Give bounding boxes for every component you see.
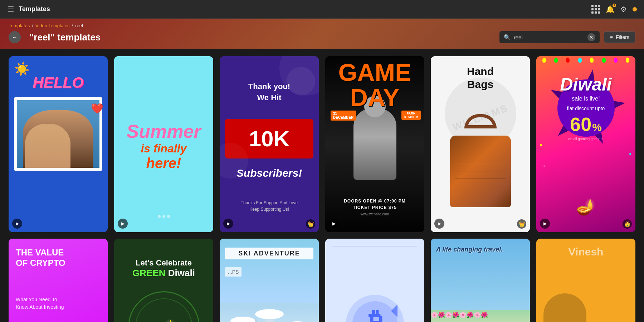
templates-grid-row2: THE VALUEOF CRYPTO What You Need ToKnow …	[9, 239, 635, 322]
website-text: www.website.com	[325, 212, 424, 216]
template-card-summer-finally[interactable]: Summer is finally here! ▶	[114, 56, 213, 232]
partial-text: ...PS	[225, 267, 241, 277]
is-finally-text: is finally	[121, 142, 206, 155]
doors-text: DOORS OPEN @ 07:00 PM	[325, 199, 424, 204]
templates-grid-row1: ☀️ HELLO ❤️ 🏀 🍉 SUMMER	[9, 56, 635, 232]
page-title: "reel" templates	[29, 32, 101, 43]
10k-text: 10K	[249, 126, 290, 151]
templates-section: ☀️ HELLO ❤️ 🏀 🍉 SUMMER	[0, 49, 644, 322]
ticket-text: TICKET PRICE $75	[325, 205, 424, 210]
filters-label: Filters	[616, 34, 629, 40]
day-text: DAY	[325, 83, 424, 111]
summer-word: Summer	[121, 121, 206, 142]
template-card-ski[interactable]: SKI ADVENTURE ...PS	[220, 239, 319, 322]
filters-button[interactable]: ≡ Filters	[604, 31, 635, 43]
top-bar-left: ☰ Templates	[7, 5, 50, 14]
template-card-hello-summer[interactable]: ☀️ HELLO ❤️ 🏀 🍉 SUMMER	[9, 56, 108, 232]
breadcrumb-sep-2: /	[72, 23, 73, 28]
search-box: 🔍 ✕	[499, 31, 600, 43]
upgrade-indicator[interactable]	[633, 7, 637, 11]
back-button[interactable]: ←	[9, 31, 21, 43]
menu-icon[interactable]: ☰	[7, 5, 14, 14]
hello-text: HELLO	[9, 74, 108, 91]
search-icon: 🔍	[504, 34, 511, 41]
breadcrumb-templates[interactable]: Templates	[9, 23, 30, 28]
crypto-subtitle: What You Need ToKnow About Investing	[16, 296, 101, 311]
settings-icon[interactable]: ⚙	[620, 5, 627, 14]
diwali-content: Diwali - sale is live! - flat discount u…	[536, 74, 635, 141]
heart-emoji: ❤️	[91, 103, 103, 114]
diya-emoji: 🪔	[576, 197, 596, 216]
template-card-10k[interactable]: Thank you!We Hit 10K Subscribers! Thanks…	[220, 56, 319, 232]
game-text: GAME	[325, 62, 424, 83]
green-diwali-text: Let's Celebrate GREEN Diwali	[114, 258, 213, 279]
top-bar: ☰ Templates 🔔 1 ⚙	[0, 0, 644, 19]
diwali-lamp: 🪔	[148, 318, 179, 322]
template-card-vinesh[interactable]: Vinesh TRO ?	[536, 239, 635, 322]
vinesh-name: Vinesh	[536, 246, 635, 258]
game-day-title: GAME DAY	[325, 62, 424, 111]
handbags-title: HandBags	[431, 65, 530, 91]
thank-you-text: Thank you!We Hit	[220, 81, 319, 103]
ski-banner: SKI ADVENTURE	[225, 248, 313, 259]
mountain-bg: 🌲 🌲 🌲 🌲	[220, 308, 319, 322]
breadcrumb-bar: Templates / Video Templates / reel ← "re…	[0, 19, 644, 49]
clear-search-button[interactable]: ✕	[587, 33, 595, 41]
close-icon: ✕	[589, 34, 594, 40]
string-lights	[536, 56, 635, 67]
search-filter-row: 🔍 ✕ ≡ Filters	[499, 31, 635, 43]
search-input[interactable]	[514, 34, 585, 40]
breadcrumb-reel: reel	[75, 23, 83, 28]
play-icon: ▶	[16, 221, 19, 226]
template-card-travel[interactable]: 🌸🌺🌸🌺🌸🌺🌸🌺 A life changing travel.	[431, 239, 530, 322]
breadcrumb-sep-1: /	[32, 23, 33, 28]
here-text: here!	[121, 155, 206, 171]
svg-text:₿: ₿	[369, 307, 383, 322]
travel-text: A life changing travel.	[436, 246, 525, 253]
template-card-bitcoin[interactable]: ₿	[325, 239, 424, 322]
app-title: Templates	[19, 5, 50, 13]
support-text: Thanks For Support And LoveKeep Supporti…	[220, 200, 319, 213]
date-badge: 31DECEMBER	[331, 111, 356, 121]
template-card-handbags[interactable]: WILLIAMS HandBags	[431, 56, 530, 232]
page-title-row: ← "reel" templates 🔍 ✕ ≡ Filters	[9, 31, 635, 43]
template-card-green-diwali[interactable]: Let's Celebrate GREEN Diwali 🪔 🌿 🌿 🌿 ▶	[114, 239, 213, 322]
crypto-title: THE VALUEOF CRYPTO	[16, 248, 101, 268]
bitcoin-graphic: ₿	[343, 292, 407, 322]
travel-bg-architecture: 🌸🌺🌸🌺🌸🌺🌸🌺	[431, 308, 530, 322]
breadcrumb: Templates / Video Templates / reel	[9, 23, 635, 28]
grid-icon[interactable]	[591, 5, 600, 14]
template-card-crypto[interactable]: THE VALUEOF CRYPTO What You Need ToKnow …	[9, 239, 108, 322]
notification-count: 1	[613, 4, 616, 7]
filter-icon: ≡	[610, 34, 613, 40]
top-bar-right: 🔔 1 ⚙	[591, 5, 637, 14]
template-card-diwali[interactable]: Diwali - sale is live! - flat discount u…	[536, 56, 635, 232]
stadium-badge: PARKSTADIUM	[401, 111, 421, 120]
template-card-game-day[interactable]: GAME DAY 31DECEMBER PARKSTADIUM DOORS OP…	[325, 56, 424, 232]
notification-bell[interactable]: 🔔 1	[606, 5, 615, 14]
breadcrumb-video-templates[interactable]: Video Templates	[35, 23, 70, 28]
game-info: DOORS OPEN @ 07:00 PM TICKET PRICE $75 w…	[325, 199, 424, 216]
back-icon: ←	[12, 34, 18, 40]
